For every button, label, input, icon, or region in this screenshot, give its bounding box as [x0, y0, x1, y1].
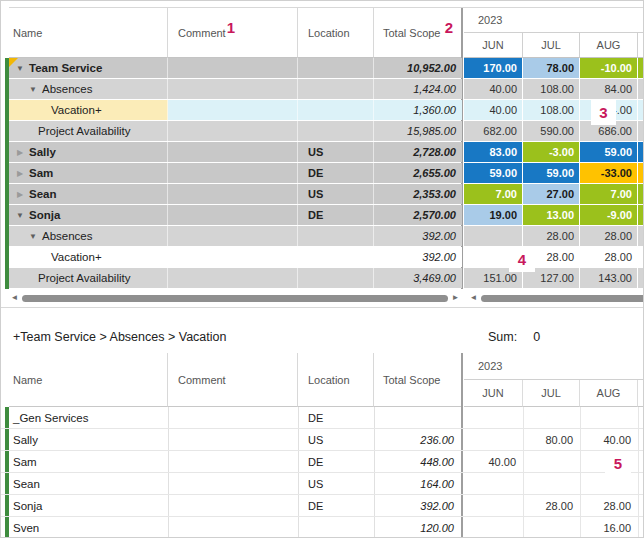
month-cell-jul[interactable]: 108.00 — [523, 79, 579, 99]
bottom-col-header-name[interactable]: Name — [9, 353, 168, 407]
month-cell-aug[interactable]: 16.00 — [580, 517, 636, 538]
row-location-cell[interactable]: DE — [298, 163, 374, 183]
row-name-cell[interactable]: Sam — [9, 451, 168, 472]
row-name-cell[interactable]: Sean — [9, 473, 168, 494]
row-comment-cell[interactable] — [168, 268, 298, 288]
bottom-table-row-sam[interactable]: SamDE448.0040.00 — [1, 451, 644, 473]
month-cell-jun[interactable]: 170.00 — [464, 58, 522, 78]
row-total-scope-cell[interactable]: 236.00 — [374, 429, 460, 450]
row-name-cell[interactable]: ▼Team Service — [9, 58, 168, 78]
row-total-scope-cell[interactable]: 1,360.00 — [374, 100, 462, 120]
month-cell-jun[interactable]: 40.00 — [464, 451, 521, 472]
row-name-cell[interactable]: Sally — [9, 429, 168, 450]
row-total-scope-cell[interactable]: 15,985.00 — [374, 121, 462, 141]
row-comment-cell[interactable] — [168, 184, 298, 204]
row-name-cell[interactable]: ▶Sam — [9, 163, 168, 183]
top-month-header-jul[interactable]: JUL — [523, 33, 580, 58]
bottom-col-header-location[interactable]: Location — [298, 353, 374, 407]
row-name-cell[interactable]: Sven — [9, 517, 168, 538]
top-table-row-sally[interactable]: ▶SallyUS2,728.0083.00-3.0059.00 — [1, 142, 644, 163]
row-total-scope-cell[interactable]: 3,469.00 — [374, 268, 462, 288]
bottom-col-header-comment[interactable]: Comment — [168, 353, 298, 407]
row-name-cell[interactable]: ▶Sally — [9, 142, 168, 162]
top-table-row-team-service[interactable]: ▼Team Service10,952.00170.0078.00-10.00 — [1, 58, 644, 79]
month-cell-jun[interactable] — [464, 226, 522, 246]
row-name-cell[interactable]: ▼Absences — [9, 79, 168, 99]
row-comment-cell[interactable] — [168, 407, 298, 428]
row-name-cell[interactable]: ▼Absences — [9, 226, 168, 246]
bottom-table-row-sven[interactable]: Sven120.0016.00 — [1, 517, 644, 538]
bottom-col-header-total-scope[interactable]: Total Scope — [374, 353, 462, 407]
month-cell-aug[interactable] — [580, 407, 636, 428]
row-comment-cell[interactable] — [168, 58, 298, 78]
row-comment-cell[interactable] — [168, 429, 298, 450]
month-cell-aug[interactable]: 28.00 — [580, 226, 637, 246]
month-cell-jul[interactable]: 28.00 — [523, 226, 579, 246]
row-comment-cell[interactable] — [168, 451, 298, 472]
row-total-scope-cell[interactable]: 2,728.00 — [374, 142, 462, 162]
month-cell-jun[interactable] — [464, 407, 521, 428]
month-cell-jun[interactable]: 40.00 — [464, 100, 522, 120]
month-cell-jul[interactable]: 28.00 — [523, 495, 578, 516]
month-cell-jul[interactable] — [523, 407, 578, 428]
top-table-row-sam[interactable]: ▶SamDE2,655.0059.0059.00-33.00 — [1, 163, 644, 184]
month-cell-aug[interactable]: 40.00 — [580, 429, 636, 450]
top-left-horizontal-scrollbar[interactable]: ◄ ► — [9, 292, 461, 304]
row-total-scope-cell[interactable]: 1,424.00 — [374, 79, 462, 99]
breadcrumb[interactable]: +Team Service > Absences > Vacation — [13, 330, 226, 344]
month-cell-jul[interactable]: 108.00 — [523, 100, 579, 120]
row-location-cell[interactable] — [298, 121, 374, 141]
month-cell-jul[interactable]: 27.00 — [523, 184, 579, 204]
row-location-cell[interactable] — [298, 517, 374, 538]
month-cell-aug[interactable]: -9.00 — [580, 205, 637, 225]
row-total-scope-cell[interactable]: 2,570.00 — [374, 205, 462, 225]
row-total-scope-cell[interactable]: 120.00 — [374, 517, 460, 538]
bottom-month-header-jul[interactable]: JUL — [523, 380, 580, 407]
month-cell-aug[interactable]: 7.00 — [580, 184, 637, 204]
row-location-cell[interactable]: US — [298, 142, 374, 162]
month-cell-jul[interactable]: -3.00 — [523, 142, 579, 162]
row-comment-cell[interactable] — [168, 517, 298, 538]
row-location-cell[interactable] — [298, 268, 374, 288]
row-total-scope-cell[interactable] — [374, 407, 460, 428]
row-location-cell[interactable] — [298, 58, 374, 78]
month-cell-jul[interactable]: 59.00 — [523, 163, 579, 183]
row-total-scope-cell[interactable]: 2,655.00 — [374, 163, 462, 183]
row-name-cell[interactable]: Project Availability — [9, 268, 168, 288]
expand-triangle-icon[interactable]: ▶ — [13, 190, 27, 199]
month-cell-aug[interactable]: 28.00 — [580, 495, 636, 516]
row-location-cell[interactable]: US — [298, 429, 374, 450]
row-total-scope-cell[interactable]: 392.00 — [374, 495, 460, 516]
top-right-horizontal-scrollbar[interactable]: ◄ — [468, 292, 644, 304]
top-table-row-project-availability[interactable]: Project Availability15,985.00682.00590.0… — [1, 121, 644, 142]
row-location-cell[interactable] — [298, 79, 374, 99]
month-cell-jun[interactable]: 59.00 — [464, 163, 522, 183]
row-location-cell[interactable] — [298, 100, 374, 120]
month-cell-jul[interactable]: 80.00 — [523, 429, 578, 450]
month-cell-aug[interactable]: 84.00 — [580, 79, 637, 99]
top-table-row-project-availability[interactable]: Project Availability3,469.00151.00127.00… — [1, 268, 644, 289]
row-name-cell[interactable]: Sonja — [9, 495, 168, 516]
top-month-header-jun[interactable]: JUN — [464, 33, 523, 58]
month-cell-jun[interactable] — [464, 517, 521, 538]
month-cell-jul[interactable] — [523, 473, 578, 494]
scrollbar-thumb[interactable] — [22, 295, 448, 302]
top-table-row-vacation[interactable]: Vacation+1,360.0040.00108.0084.00 — [1, 100, 644, 121]
row-comment-cell[interactable] — [168, 205, 298, 225]
row-comment-cell[interactable] — [168, 226, 298, 246]
scroll-left-arrow-icon[interactable]: ◄ — [468, 292, 479, 304]
expand-triangle-icon[interactable]: ▶ — [13, 148, 27, 157]
row-location-cell[interactable]: DE — [298, 205, 374, 225]
month-cell-jul[interactable] — [523, 517, 578, 538]
bottom-table-row-sean[interactable]: SeanUS164.00 — [1, 473, 644, 495]
month-cell-aug[interactable] — [580, 473, 636, 494]
month-cell-jun[interactable] — [464, 495, 521, 516]
top-table-row-sonja[interactable]: ▼SonjaDE2,570.0019.0013.00-9.00 — [1, 205, 644, 226]
row-total-scope-cell[interactable]: 392.00 — [374, 226, 462, 246]
row-name-cell[interactable]: Project Availability — [9, 121, 168, 141]
scroll-right-arrow-icon[interactable]: ► — [450, 292, 461, 304]
bottom-table-row-gen-services[interactable]: _Gen ServicesDE — [1, 407, 644, 429]
month-cell-aug[interactable]: 59.00 — [580, 142, 637, 162]
month-cell-jun[interactable] — [464, 429, 521, 450]
row-location-cell[interactable]: DE — [298, 407, 374, 428]
